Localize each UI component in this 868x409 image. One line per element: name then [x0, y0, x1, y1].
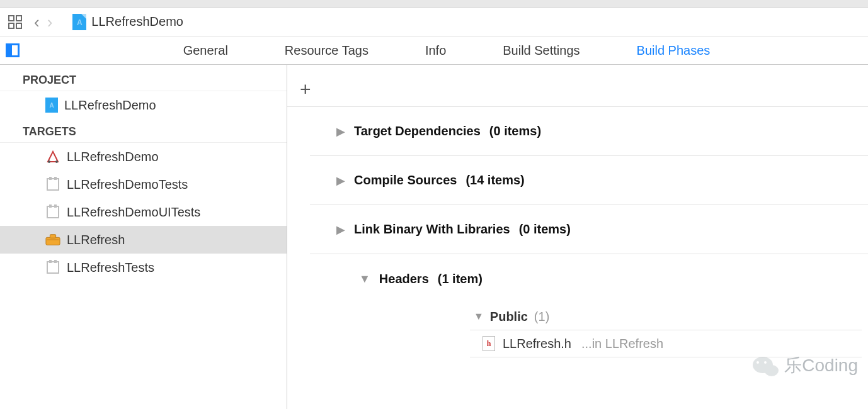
- xcode-project-icon: [72, 14, 86, 30]
- panel-icon: [6, 43, 20, 57]
- file-name: LLRefresh.h: [503, 337, 571, 351]
- svg-point-20: [757, 361, 759, 364]
- watermark: 乐Coding: [751, 354, 858, 378]
- xcode-project-icon: [45, 98, 58, 113]
- disclosure-right-icon: ▶: [336, 125, 345, 138]
- svg-rect-0: [9, 16, 14, 21]
- svg-rect-6: [47, 179, 59, 190]
- sidebar-target-item[interactable]: LLRefreshDemo: [0, 143, 287, 171]
- sidebar-item-label: LLRefreshDemo: [67, 150, 159, 164]
- phase-count: (14 items): [465, 173, 524, 188]
- project-header: PROJECT: [0, 67, 287, 91]
- file-location: ...in LLRefresh: [581, 337, 663, 351]
- sidebar-item-label: LLRefreshDemoTests: [67, 177, 188, 192]
- svg-rect-8: [54, 177, 57, 180]
- project-sidebar: PROJECT LLRefreshDemo TARGETS LLRefreshD…: [0, 65, 287, 409]
- svg-rect-15: [47, 262, 59, 273]
- test-target-icon: [45, 204, 60, 220]
- tab-resource-tags[interactable]: Resource Tags: [285, 43, 368, 58]
- svg-point-21: [764, 361, 767, 364]
- svg-rect-13: [50, 235, 55, 238]
- phase-link-binary[interactable]: ▶ Link Binary With Libraries (0 items): [310, 205, 868, 254]
- subgroup-title: Public: [490, 310, 528, 324]
- tab-info[interactable]: Info: [425, 43, 446, 58]
- editor-tabbar: General Resource Tags Info Build Setting…: [0, 36, 868, 65]
- test-target-icon: [45, 177, 60, 192]
- watermark-text: 乐Coding: [784, 354, 858, 378]
- sidebar-target-item[interactable]: LLRefreshDemoUITests: [0, 198, 287, 226]
- window-titlebar: [0, 0, 868, 8]
- tab-build-phases[interactable]: Build Phases: [637, 43, 711, 58]
- breadcrumb-label: LLRefreshDemo: [91, 14, 183, 29]
- disclosure-down-icon: ▼: [474, 311, 484, 322]
- add-phase-bar: +: [287, 72, 868, 107]
- svg-rect-10: [49, 204, 52, 208]
- target-tabs: General Resource Tags Info Build Setting…: [25, 43, 868, 58]
- subgroup-count: (1): [534, 310, 549, 324]
- svg-rect-12: [46, 237, 60, 245]
- phase-title: Compile Sources: [354, 173, 457, 188]
- svg-rect-16: [49, 260, 52, 263]
- sidebar-item-label: LLRefresh: [67, 233, 125, 247]
- sidebar-project-item[interactable]: LLRefreshDemo: [0, 91, 287, 119]
- test-target-icon: [45, 260, 60, 275]
- sidebar-target-item[interactable]: LLRefresh: [0, 226, 287, 254]
- svg-rect-2: [9, 23, 14, 28]
- app-target-icon: [45, 149, 60, 164]
- targets-header: TARGETS: [0, 119, 287, 143]
- disclosure-down-icon: ▼: [359, 272, 370, 286]
- phase-count: (1 item): [438, 272, 483, 286]
- history-arrows: ‹ ›: [34, 14, 52, 30]
- sidebar-target-item[interactable]: LLRefreshDemoTests: [0, 171, 287, 198]
- svg-rect-9: [47, 206, 59, 218]
- phase-headers[interactable]: ▼ Headers (1 item): [333, 254, 868, 303]
- phase-count: (0 items): [489, 124, 541, 138]
- phase-title: Target Dependencies: [354, 124, 481, 138]
- tab-build-settings[interactable]: Build Settings: [503, 43, 580, 58]
- add-phase-button[interactable]: +: [300, 79, 311, 100]
- svg-rect-3: [16, 23, 21, 28]
- sidebar-item-label: LLRefreshDemoUITests: [67, 205, 200, 220]
- disclosure-right-icon: ▶: [336, 223, 345, 237]
- phase-compile-sources[interactable]: ▶ Compile Sources (14 items): [310, 156, 868, 205]
- phase-target-dependencies[interactable]: ▶ Target Dependencies (0 items): [310, 107, 868, 156]
- breadcrumb[interactable]: LLRefreshDemo: [72, 14, 183, 30]
- sidebar-item-label: LLRefreshDemo: [64, 98, 156, 113]
- standard-editor-toggle[interactable]: [0, 43, 25, 57]
- framework-target-icon: [45, 232, 60, 247]
- navigation-bar: ‹ › LLRefreshDemo: [0, 8, 868, 36]
- svg-rect-14: [47, 239, 59, 240]
- svg-rect-7: [49, 177, 52, 180]
- related-items-icon[interactable]: [8, 14, 23, 30]
- svg-point-4: [48, 160, 50, 163]
- build-phases-panel: + ▶ Target Dependencies (0 items) ▶ Comp…: [287, 65, 868, 409]
- sidebar-item-label: LLRefreshTests: [67, 261, 154, 275]
- svg-point-19: [765, 365, 779, 376]
- svg-point-5: [55, 160, 58, 163]
- phase-title: Link Binary With Libraries: [354, 222, 510, 237]
- phase-title: Headers: [379, 272, 429, 286]
- tab-general[interactable]: General: [183, 43, 228, 58]
- svg-rect-11: [54, 204, 57, 208]
- back-arrow-icon[interactable]: ‹: [34, 14, 40, 30]
- sidebar-target-item[interactable]: LLRefreshTests: [0, 254, 287, 281]
- disclosure-right-icon: ▶: [336, 174, 345, 188]
- header-file-icon: h: [483, 336, 495, 351]
- svg-rect-17: [54, 260, 57, 263]
- svg-rect-1: [16, 16, 21, 21]
- phase-count: (0 items): [519, 222, 571, 237]
- forward-arrow-icon[interactable]: ›: [47, 14, 53, 30]
- headers-public-group[interactable]: ▼ Public (1): [310, 303, 868, 330]
